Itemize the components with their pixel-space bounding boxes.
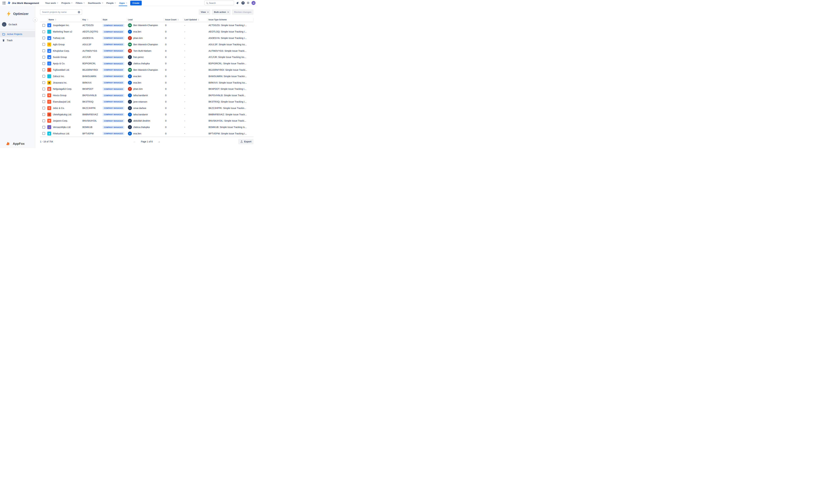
next-page-arrow-icon[interactable]: → xyxy=(158,140,160,143)
notifications-bell-icon[interactable] xyxy=(236,1,239,5)
cloud-icon[interactable]: ☁ xyxy=(47,49,51,53)
nav-item-projects[interactable]: Projects xyxy=(60,0,74,6)
lead-avatar[interactable]: P xyxy=(128,87,132,91)
mountain-icon[interactable]: ▲ xyxy=(47,23,51,27)
row-checkbox[interactable] xyxy=(42,107,45,109)
row-checkbox[interactable] xyxy=(42,56,45,59)
project-name[interactable]: Kihujlufuw Corp. xyxy=(53,50,70,52)
global-search[interactable] xyxy=(204,1,234,5)
lifebuoy-icon[interactable]: ◎ xyxy=(47,30,51,34)
lead-avatar[interactable]: E xyxy=(128,74,132,78)
create-button[interactable]: Create xyxy=(130,1,142,5)
lead-avatar[interactable]: Z xyxy=(128,125,132,129)
app-switcher-icon[interactable] xyxy=(3,2,5,4)
project-name[interactable]: Vensazofojku Ltd. xyxy=(53,126,71,128)
lead-avatar[interactable]: J xyxy=(128,100,132,104)
lead-avatar[interactable]: TB xyxy=(128,49,132,53)
global-search-input[interactable] xyxy=(209,2,232,4)
column-header-issue-count[interactable]: Issue Count xyxy=(164,17,183,22)
project-search-input[interactable] xyxy=(42,11,78,13)
sidebar-item-active-projects[interactable]: Active Projects xyxy=(0,31,35,37)
browser-rocket-icon[interactable]: ▤ xyxy=(47,87,51,91)
wrench-icon[interactable]: ⚒ xyxy=(47,119,51,123)
row-checkbox[interactable] xyxy=(42,30,45,33)
sidebar-item-trash[interactable]: Trash xyxy=(0,37,35,43)
lead-avatar[interactable]: O xyxy=(128,106,132,110)
lead-avatar[interactable]: E xyxy=(128,30,132,34)
lead-avatar[interactable]: BW xyxy=(128,68,132,72)
rocket-icon[interactable]: ▲ xyxy=(47,132,51,136)
settings-gear-icon[interactable]: ⚙ xyxy=(247,1,250,4)
project-name[interactable]: Jinaceara Inc. xyxy=(53,81,67,84)
nav-item-dashboards[interactable]: Dashboards xyxy=(86,0,105,6)
project-name[interactable]: Marketing Team v2 xyxy=(53,30,72,33)
lead-avatar[interactable]: T xyxy=(128,93,132,97)
monster-icon[interactable]: ● xyxy=(47,74,51,78)
project-name[interactable]: Jebiz & Co. xyxy=(53,107,65,109)
project-name[interactable]: Etamubazjod Ltd. xyxy=(53,100,71,103)
phone-call-icon[interactable]: ☺ xyxy=(47,62,51,65)
row-checkbox[interactable] xyxy=(42,49,45,52)
lead-avatar[interactable]: E xyxy=(128,81,132,85)
export-button[interactable]: Export xyxy=(238,139,254,144)
lead-avatar[interactable]: F xyxy=(128,55,132,59)
project-name[interactable]: Uletefojakukig Ltd. xyxy=(53,113,72,116)
row-checkbox[interactable] xyxy=(42,81,45,84)
bulk-action-button[interactable]: Bulk action xyxy=(212,9,231,15)
lead-avatar[interactable]: BW xyxy=(128,23,132,27)
row-checkbox[interactable] xyxy=(42,113,45,116)
lead-avatar[interactable]: P xyxy=(128,36,132,40)
review-changes-button[interactable]: Review changes xyxy=(232,9,254,15)
project-name[interactable]: Tujifunekbel Ltd. xyxy=(53,69,70,71)
project-name[interactable]: Tuthooj Ltd. xyxy=(53,37,65,39)
row-checkbox[interactable] xyxy=(42,24,45,27)
previous-page-arrow-icon[interactable]: ← xyxy=(133,140,136,143)
lead-avatar[interactable]: E xyxy=(128,132,132,136)
row-checkbox[interactable] xyxy=(42,75,45,78)
row-checkbox[interactable] xyxy=(42,100,45,103)
parrot-icon[interactable]: ● xyxy=(47,125,51,129)
checklist-icon[interactable]: ☰ xyxy=(47,100,51,104)
project-search[interactable]: × xyxy=(40,9,82,15)
help-icon[interactable]: ? xyxy=(242,1,245,5)
project-name[interactable]: Juupobejani Inc. xyxy=(53,24,70,27)
view-button[interactable]: View xyxy=(199,9,211,15)
sidebar-collapse-button[interactable]: ‹ xyxy=(33,18,37,22)
cloud-icon[interactable]: ☁ xyxy=(47,36,51,40)
row-checkbox[interactable] xyxy=(42,43,45,46)
project-name[interactable]: Josjanro Corp. xyxy=(53,119,68,122)
lead-avatar[interactable]: A xyxy=(128,119,132,123)
nav-item-people[interactable]: People xyxy=(105,0,117,6)
project-name[interactable]: Apoju & Co. xyxy=(53,62,65,65)
lead-avatar[interactable]: Z xyxy=(128,62,132,65)
sliders-icon[interactable]: ⚙ xyxy=(47,106,51,110)
row-checkbox[interactable] xyxy=(42,37,45,39)
lead-avatar[interactable]: T xyxy=(128,113,132,116)
row-checkbox[interactable] xyxy=(42,119,45,122)
lead-avatar[interactable]: BW xyxy=(128,42,132,46)
project-name[interactable]: Zafuczi Inc. xyxy=(53,75,65,78)
column-header-key[interactable]: Key xyxy=(81,17,101,22)
column-header-last-updated[interactable]: Last Updated xyxy=(183,17,207,22)
row-checkbox[interactable] xyxy=(42,68,45,71)
nav-item-your-work[interactable]: Your work xyxy=(43,0,60,6)
user-avatar[interactable]: JR xyxy=(252,1,256,5)
go-back-button[interactable]: ← Go back xyxy=(0,21,35,29)
flag-icon[interactable]: ⚑ xyxy=(47,42,51,46)
nav-item-apps[interactable]: Apps xyxy=(117,0,128,6)
nav-item-filters[interactable]: Filters xyxy=(74,0,86,6)
row-checkbox[interactable] xyxy=(42,62,45,65)
project-name[interactable]: Susiok Group xyxy=(53,56,67,58)
project-name[interactable]: Fiheluohvuc Ltd. xyxy=(53,132,70,135)
row-checkbox[interactable] xyxy=(42,88,45,90)
cloud-icon[interactable]: ☁ xyxy=(47,55,51,59)
wrench-icon[interactable]: ⚒ xyxy=(47,93,51,97)
clear-search-icon[interactable]: × xyxy=(78,11,80,13)
vinyl-record-icon[interactable]: ◎ xyxy=(47,68,51,72)
project-name[interactable]: Agfo Group xyxy=(53,43,65,46)
row-checkbox[interactable] xyxy=(42,94,45,97)
project-name[interactable]: Nelgutagaful Corp. xyxy=(53,88,72,90)
row-checkbox[interactable] xyxy=(42,132,45,135)
row-checkbox[interactable] xyxy=(42,126,45,129)
project-name[interactable]: Hovzu Group xyxy=(53,94,66,97)
